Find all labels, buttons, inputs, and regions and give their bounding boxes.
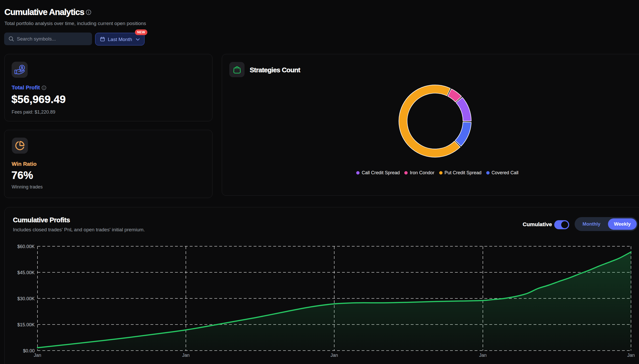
svg-text:$60.00K: $60.00K	[17, 244, 35, 249]
svg-text:$15.00K: $15.00K	[17, 322, 35, 327]
svg-text:$45.00K: $45.00K	[17, 270, 35, 275]
svg-text:$30.00K: $30.00K	[17, 296, 35, 301]
svg-text:Jan: Jan	[479, 353, 486, 358]
svg-text:Jan: Jan	[182, 353, 189, 358]
svg-text:Jan: Jan	[627, 353, 635, 358]
svg-text:Jan: Jan	[330, 353, 338, 358]
svg-text:$0.00: $0.00	[23, 348, 35, 353]
svg-text:Jan: Jan	[34, 353, 41, 358]
